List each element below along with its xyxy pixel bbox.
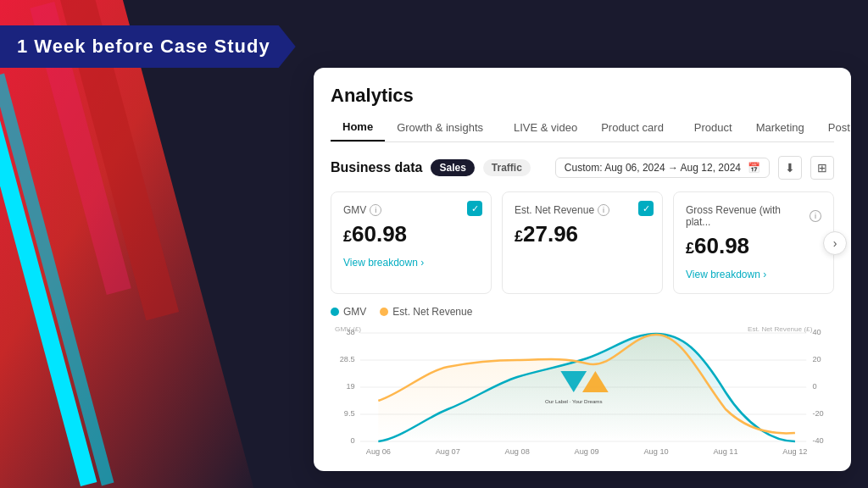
metric-value-net-revenue: £27.96 xyxy=(515,221,650,247)
date-range-selector[interactable]: Custom: Aug 06, 2024 → Aug 12, 2024 📅 xyxy=(555,158,770,178)
tab-home[interactable]: Home xyxy=(331,115,385,141)
svg-text:19: 19 xyxy=(346,382,354,391)
legend-label-net-revenue: Est. Net Revenue xyxy=(392,306,472,318)
net-revenue-check-icon[interactable]: ✓ xyxy=(638,201,654,216)
download-button[interactable]: ⬇ xyxy=(778,156,802,180)
svg-text:Aug 12: Aug 12 xyxy=(782,447,807,456)
tab-product[interactable]: Product xyxy=(682,116,744,141)
card-next-chevron[interactable]: › xyxy=(823,231,847,255)
business-data-title: Business data xyxy=(331,160,422,175)
analytics-panel: Analytics Home Growth & insights LIVE & … xyxy=(314,68,851,471)
svg-text:-40: -40 xyxy=(812,436,823,445)
gmv-breakdown-link[interactable]: View breakdown › xyxy=(343,257,424,269)
tab-growth[interactable]: Growth & insights xyxy=(385,116,495,141)
metrics-row: GMV i ✓ £60.98 View breakdown › Est. Net… xyxy=(331,191,834,294)
chart-area: GMV Est. Net Revenue 38 28.5 19 9.5 0 GM… xyxy=(331,306,834,463)
grid-button[interactable]: ⊞ xyxy=(810,156,834,180)
panel-title: Analytics xyxy=(331,85,834,107)
legend-dot-net-revenue xyxy=(380,308,388,316)
gmv-check-icon[interactable]: ✓ xyxy=(467,201,482,216)
tab-live-video[interactable]: LIVE & video xyxy=(502,116,589,141)
metric-card-gmv: GMV i ✓ £60.98 View breakdown › xyxy=(331,191,492,294)
badge-traffic[interactable]: Traffic xyxy=(483,159,531,176)
svg-text:Aug 09: Aug 09 xyxy=(575,447,599,456)
svg-text:9.5: 9.5 xyxy=(344,409,355,418)
legend-label-gmv: GMV xyxy=(343,306,366,318)
case-study-banner: 1 Week before Case Study xyxy=(0,25,296,68)
background-graphic xyxy=(0,0,314,488)
date-range-text: Custom: Aug 06, 2024 → Aug 12, 2024 xyxy=(565,162,741,174)
gross-revenue-breakdown-link[interactable]: View breakdown › xyxy=(686,269,766,280)
svg-text:28.5: 28.5 xyxy=(340,355,355,363)
gmv-info-icon[interactable]: i xyxy=(370,204,381,216)
metric-card-net-revenue: Est. Net Revenue i ✓ £27.96 xyxy=(502,191,663,294)
metric-label-net-revenue: Est. Net Revenue i xyxy=(515,204,650,216)
badge-sales[interactable]: Sales xyxy=(431,159,474,176)
tab-marketing[interactable]: Marketing xyxy=(744,116,816,141)
metric-label-gmv: GMV i xyxy=(343,204,479,216)
metric-card-gross-revenue: Gross Revenue (with plat... i £60.98 Vie… xyxy=(673,191,834,294)
net-revenue-info-icon[interactable]: i xyxy=(598,204,609,216)
svg-text:Our Label · Your Dreams: Our Label · Your Dreams xyxy=(545,399,603,404)
chart-svg: 38 28.5 19 9.5 0 GMV (£) 40 20 0 -20 -40… xyxy=(331,324,834,456)
legend-gmv: GMV xyxy=(331,306,366,318)
nav-tabs: Home Growth & insights LIVE & video Prod… xyxy=(331,115,834,142)
svg-text:Aug 06: Aug 06 xyxy=(366,447,391,456)
svg-text:20: 20 xyxy=(812,355,821,363)
legend-dot-gmv xyxy=(331,308,339,316)
business-data-header: Business data Sales Traffic Custom: Aug … xyxy=(331,156,834,180)
metric-value-gross-revenue: £60.98 xyxy=(686,233,821,259)
svg-text:Aug 10: Aug 10 xyxy=(643,447,668,456)
svg-text:-20: -20 xyxy=(812,409,823,418)
chart-legend: GMV Est. Net Revenue xyxy=(331,306,834,318)
calendar-icon: 📅 xyxy=(748,162,760,174)
svg-text:0: 0 xyxy=(351,436,355,445)
gross-revenue-info-icon[interactable]: i xyxy=(810,210,821,222)
chart-svg-container: 38 28.5 19 9.5 0 GMV (£) 40 20 0 -20 -40… xyxy=(331,324,834,456)
svg-text:Est. Net Revenue (£): Est. Net Revenue (£) xyxy=(748,325,813,333)
tab-post-purchase[interactable]: Post purchase xyxy=(816,116,851,141)
svg-text:Aug 08: Aug 08 xyxy=(505,447,530,456)
legend-net-revenue: Est. Net Revenue xyxy=(380,306,472,318)
banner-text: 1 Week before Case Study xyxy=(0,25,296,68)
svg-text:Aug 07: Aug 07 xyxy=(436,447,460,456)
svg-text:GMV (£): GMV (£) xyxy=(335,325,361,333)
svg-text:40: 40 xyxy=(812,328,821,336)
metric-label-gross-revenue: Gross Revenue (with plat... i xyxy=(686,204,821,228)
tab-product-card[interactable]: Product card xyxy=(589,116,676,141)
svg-text:Aug 11: Aug 11 xyxy=(713,447,737,456)
svg-text:0: 0 xyxy=(812,382,816,391)
metric-value-gmv: £60.98 xyxy=(343,221,479,247)
